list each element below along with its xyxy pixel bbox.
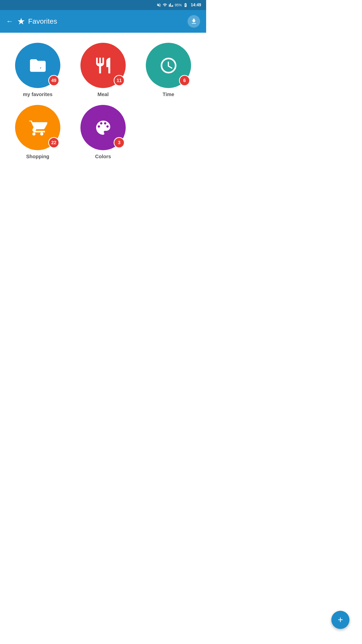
label-time: Time bbox=[163, 92, 174, 97]
palette-icon bbox=[94, 118, 113, 137]
label-colors: Colors bbox=[95, 154, 111, 159]
app-bar: ← ★ Favorites bbox=[0, 10, 206, 33]
category-circle-wrapper-my-favorites: 49 bbox=[15, 43, 60, 88]
category-circle-wrapper-colors: 3 bbox=[80, 105, 126, 150]
category-item-my-favorites[interactable]: 49 my favorites bbox=[8, 43, 68, 97]
folder-star-icon bbox=[28, 56, 47, 75]
badge-shopping: 22 bbox=[48, 137, 59, 148]
battery-percentage: 95% bbox=[175, 3, 182, 7]
category-item-meal[interactable]: 11 Meal bbox=[73, 43, 133, 97]
category-circle-wrapper-shopping: 22 bbox=[15, 105, 60, 150]
badge-colors: 3 bbox=[114, 137, 125, 148]
app-bar-title: Favorites bbox=[28, 17, 188, 25]
main-content: 49 my favorites 11 Meal bbox=[0, 33, 206, 170]
clock-icon bbox=[159, 56, 178, 75]
status-icons: 95% 14:49 bbox=[157, 3, 201, 7]
label-my-favorites: my favorites bbox=[23, 92, 53, 97]
categories-grid: 49 my favorites 11 Meal bbox=[8, 43, 199, 159]
category-item-colors[interactable]: 3 Colors bbox=[73, 105, 133, 159]
label-shopping: Shopping bbox=[26, 154, 49, 159]
back-button[interactable]: ← bbox=[6, 17, 13, 25]
badge-meal: 11 bbox=[114, 75, 125, 86]
label-meal: Meal bbox=[98, 92, 109, 97]
badge-time: 6 bbox=[179, 75, 190, 86]
cutlery-icon bbox=[94, 56, 113, 75]
category-item-time[interactable]: 6 Time bbox=[138, 43, 199, 97]
favorites-star-icon: ★ bbox=[17, 16, 25, 27]
wifi-icon bbox=[163, 3, 167, 7]
cart-icon bbox=[28, 118, 47, 137]
category-circle-wrapper-meal: 11 bbox=[80, 43, 126, 88]
battery-icon bbox=[183, 3, 188, 7]
signal-icon bbox=[169, 3, 173, 7]
download-button[interactable] bbox=[188, 15, 200, 28]
download-icon bbox=[190, 18, 197, 25]
badge-my-favorites: 49 bbox=[48, 75, 59, 86]
mute-icon bbox=[157, 3, 161, 7]
status-time: 14:49 bbox=[191, 3, 201, 7]
status-bar: 95% 14:49 bbox=[0, 0, 206, 10]
category-item-shopping[interactable]: 22 Shopping bbox=[8, 105, 68, 159]
category-circle-wrapper-time: 6 bbox=[146, 43, 191, 88]
